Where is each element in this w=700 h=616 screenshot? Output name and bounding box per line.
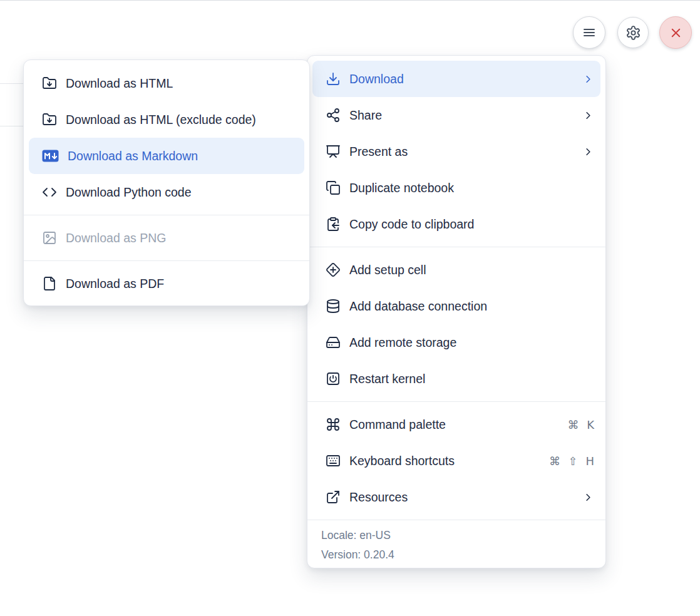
menu-divider xyxy=(24,260,309,261)
notebook-menu-button[interactable] xyxy=(573,16,605,49)
menu-item-label: Download as PDF xyxy=(66,277,298,291)
menu-footer: Locale: en-US Version: 0.20.4 xyxy=(307,520,605,571)
markdown-icon xyxy=(42,150,59,162)
power-icon xyxy=(326,371,341,386)
menu-item-label: Resources xyxy=(349,490,574,505)
menu-item-label: Download as Markdown xyxy=(68,149,298,163)
menu-item-label: Copy code to clipboard xyxy=(349,217,594,232)
keyboard-icon xyxy=(326,453,341,468)
submenu-item-download-html-exclude-code[interactable]: Download as HTML (exclude code) xyxy=(24,101,309,138)
menu-item-restart-kernel[interactable]: Restart kernel xyxy=(307,361,605,397)
menu-item-download[interactable]: Download xyxy=(312,61,600,97)
version-text: Version: 0.20.4 xyxy=(321,545,592,565)
menu-item-label: Command palette xyxy=(349,418,558,432)
notebook-actions-menu: Download Share Present as Duplicate note… xyxy=(307,55,606,568)
chevron-right-icon xyxy=(582,491,594,503)
menu-item-label: Share xyxy=(349,108,574,123)
hamburger-icon xyxy=(582,25,597,40)
menu-item-present-as[interactable]: Present as xyxy=(307,133,605,170)
database-icon xyxy=(326,299,341,314)
share-icon xyxy=(326,108,341,123)
gear-icon xyxy=(625,25,641,41)
close-app-button[interactable] xyxy=(659,16,692,49)
folder-download-icon xyxy=(42,112,57,127)
menu-item-share[interactable]: Share xyxy=(307,97,605,133)
menu-item-label: Download Python code xyxy=(66,185,298,200)
duplicate-icon xyxy=(326,180,341,195)
menu-item-add-setup-cell[interactable]: Add setup cell xyxy=(307,252,605,288)
submenu-item-download-python-code[interactable]: Download Python code xyxy=(24,174,309,210)
menu-item-label: Add setup cell xyxy=(349,263,594,277)
menu-divider xyxy=(307,247,605,247)
chevron-right-icon xyxy=(582,110,594,121)
menu-item-label: Download as HTML xyxy=(66,76,298,91)
page-top-border xyxy=(0,0,700,1)
submenu-item-download-markdown[interactable]: Download as Markdown xyxy=(29,138,304,174)
locale-text: Locale: en-US xyxy=(321,526,592,545)
code-icon xyxy=(42,185,57,200)
menu-item-label: Duplicate notebook xyxy=(349,181,594,195)
background-cell-border xyxy=(0,83,23,84)
submenu-item-download-png[interactable]: Download as PNG xyxy=(24,220,309,256)
command-icon xyxy=(326,417,341,432)
download-icon xyxy=(326,71,341,86)
menu-divider xyxy=(307,401,605,402)
hard-drive-icon xyxy=(326,335,341,350)
menu-item-copy-code[interactable]: Copy code to clipboard xyxy=(307,206,605,242)
presentation-icon xyxy=(326,144,341,159)
menu-item-command-palette[interactable]: Command palette ⌘ K xyxy=(307,406,605,443)
submenu-item-download-html[interactable]: Download as HTML xyxy=(24,65,309,101)
menu-item-label: Download as PNG xyxy=(66,231,298,245)
shortcut-hint: ⌘ ⇧ H xyxy=(549,454,594,468)
menu-divider xyxy=(24,215,309,215)
close-icon xyxy=(669,26,683,40)
menu-item-label: Restart kernel xyxy=(349,372,594,386)
image-icon xyxy=(42,230,57,245)
menu-item-keyboard-shortcuts[interactable]: Keyboard shortcuts ⌘ ⇧ H xyxy=(307,443,605,479)
clipboard-copy-icon xyxy=(326,217,341,232)
menu-item-label: Download xyxy=(349,72,574,86)
menu-item-label: Add database connection xyxy=(349,299,594,314)
background-cell-border xyxy=(0,126,23,126)
menu-item-resources[interactable]: Resources xyxy=(307,479,605,515)
diamond-plus-icon xyxy=(326,262,341,277)
menu-item-label: Add remote storage xyxy=(349,336,594,350)
external-link-icon xyxy=(326,490,341,505)
download-submenu: Download as HTML Download as HTML (exclu… xyxy=(23,59,310,306)
menu-item-label: Present as xyxy=(349,145,574,159)
shortcut-hint: ⌘ K xyxy=(567,418,594,431)
menu-item-add-remote-storage[interactable]: Add remote storage xyxy=(307,324,605,361)
chevron-right-icon xyxy=(582,73,594,85)
submenu-item-download-pdf[interactable]: Download as PDF xyxy=(24,265,309,302)
menu-item-add-database-connection[interactable]: Add database connection xyxy=(307,288,605,324)
menu-item-label: Keyboard shortcuts xyxy=(349,454,540,468)
chevron-right-icon xyxy=(582,146,594,158)
folder-download-icon xyxy=(42,76,57,91)
menu-item-label: Download as HTML (exclude code) xyxy=(66,113,298,127)
menu-item-duplicate-notebook[interactable]: Duplicate notebook xyxy=(307,170,605,206)
settings-button[interactable] xyxy=(617,17,649,48)
file-icon xyxy=(42,276,57,291)
